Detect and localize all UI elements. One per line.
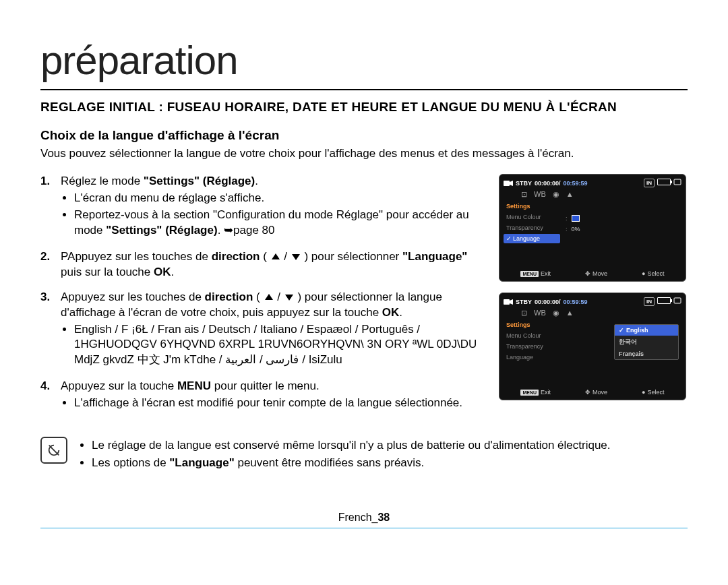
language-dropdown: ✓English 한국어 Français [614,324,679,360]
page-footer: French_38 [40,512,688,528]
colour-swatch [572,215,580,222]
step-2: 2. PAppuyez sur les touches de direction… [40,249,489,280]
timecode-2: 00:59:59 [564,180,588,187]
in-badge: IN [644,297,655,306]
down-arrow-icon [284,292,295,303]
cam-sb-transparency: Transparency [504,342,560,351]
svg-rect-2 [504,299,510,305]
cam-sb-transparency: Transparency [504,223,560,233]
step-3: 3. Appuyez sur les touches de direction … [40,290,489,370]
wb-icon: WB [534,190,546,199]
battery-icon [657,179,671,185]
up-arrow-icon [264,292,274,303]
scene-icon: ◉ [553,309,559,317]
step-3-bullet-langs: English / F ¡6Ł / Fran ais / Deutsch / I… [74,322,489,369]
step-1-bold: "Settings" (Réglage) [144,175,255,187]
section-heading: REGLAGE INITIAL : FUSEAU HORAIRE, DATE E… [40,100,688,115]
focus-icon: ⊡ [521,190,527,199]
cam-sb-menu-colour: Menu Colour [504,212,560,222]
select-label: Select [647,389,664,396]
move-label: Move [593,389,607,396]
step-4-bullet: L'affichage à l'écran est modifié pour t… [74,396,489,411]
intro-text: Vous pouvez sélectionner la langue de vo… [40,147,688,160]
stabilizer-icon: ▲ [566,190,574,199]
svg-rect-3 [674,298,681,303]
step-4: 4. Appuyez sur la touche MENU pour quitt… [40,379,489,412]
lang-opt-korean: 한국어 [615,336,678,348]
dot-icon: ● [642,389,645,396]
note-1: Le réglage de la langue est conservé mêm… [92,437,688,454]
svg-rect-1 [674,179,681,185]
timecode-1: 00:00:00/ [535,299,561,305]
battery-icon [657,297,671,304]
focus-icon: ⊡ [521,309,527,317]
camcorder-icon [504,179,513,187]
footer-divider [40,528,688,528]
menu-tag: MENU [520,390,539,396]
cam-sidebar-title: Settings [504,202,560,211]
down-arrow-icon [291,251,301,262]
timecode-2: 00:59:59 [564,299,588,305]
stabilizer-icon: ▲ [566,309,574,317]
sub-heading: Choix de la langue d'affichage à l'écran [40,128,688,143]
scene-icon: ◉ [553,190,559,199]
step-1-lead: Réglez le mode [61,175,144,187]
transparency-value: 0% [572,226,580,233]
note-icon [40,437,67,464]
step-1-bullet-2: Reportez-vous à la section "Configuratio… [74,208,489,239]
card-icon [673,179,681,185]
lang-opt-francais: Français [615,348,678,359]
step-1: 1. Réglez le mode "Settings" (Réglage). … [40,174,489,240]
nav-cross-icon: ✥ [585,389,590,396]
step-1-bullet-1: L'écran du menu de réglage s'affiche. [74,191,489,206]
svg-rect-0 [504,181,510,186]
exit-label: Exit [541,389,551,396]
page-title: préparation [40,37,688,84]
cam-sb-language: Language [504,352,560,362]
stby-label: STBY [516,299,532,305]
timecode-1: 00:00:00/ [535,180,561,187]
camcorder-icon [504,298,513,306]
in-badge: IN [644,179,655,187]
select-label: Select [647,270,664,277]
camera-screenshot-1: STBY 00:00:00/00:59:59 IN ⊡ WB ◉ ▲ [499,174,686,282]
wb-icon: WB [534,309,546,317]
stby-label: STBY [516,180,532,187]
exit-label: Exit [541,270,551,277]
step-1-tail: . [255,175,258,187]
menu-tag: MENU [520,271,539,277]
lang-opt-english: ✓English [615,325,678,336]
move-label: Move [593,270,607,277]
dot-icon: ● [642,270,645,277]
card-icon [673,297,681,304]
title-divider [40,89,688,90]
note-2: Les options de "Language" peuvent être m… [92,454,688,472]
cam-sb-language: ✓Language [504,234,560,243]
up-arrow-icon [270,251,281,262]
cam-sidebar-title: Settings [504,320,560,330]
nav-cross-icon: ✥ [585,270,590,277]
camera-screenshot-2: STBY 00:00:00/00:59:59 IN ⊡ WB ◉ ▲ [499,292,686,400]
cam-sb-menu-colour: Menu Colour [504,331,560,340]
